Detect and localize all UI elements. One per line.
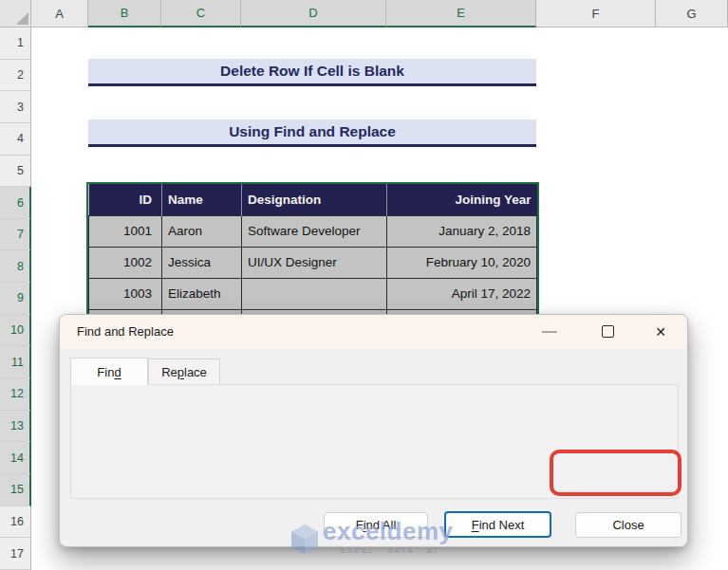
banner-delete-row-title[interactable]: Delete Row If Cell is Blank	[88, 59, 536, 86]
column-header-a[interactable]: A	[31, 0, 88, 28]
row-header-17[interactable]: 17	[0, 538, 31, 570]
tab-replace[interactable]: Replace	[148, 359, 220, 384]
cell-id[interactable]: 1003	[89, 278, 162, 309]
select-all-triangle-icon	[16, 12, 28, 25]
cell-joining-year[interactable]: April 17, 2022	[387, 278, 537, 309]
column-header-e[interactable]: E	[386, 0, 536, 28]
row-header-1[interactable]: 1	[0, 28, 31, 60]
row-header-9[interactable]: 9	[0, 283, 31, 315]
row-header-13[interactable]: 13	[0, 411, 31, 443]
close-icon[interactable]: ✕	[651, 315, 670, 349]
cell-name[interactable]: Elizabeth	[162, 278, 242, 309]
cell-designation[interactable]	[242, 278, 387, 309]
cell-name[interactable]: Jessica	[162, 247, 242, 278]
row-header-16[interactable]: 16	[0, 506, 31, 539]
cell-designation[interactable]: UI/UX Designer	[242, 247, 387, 278]
row-header-2[interactable]: 2	[0, 60, 31, 92]
find-all-button[interactable]: Find All	[324, 512, 428, 538]
row-header-column: 1 2 3 4 5 6 7 8 9 10 11 12 13 14 15 16 1…	[0, 28, 31, 570]
table-row: 1001 Aaron Software Developer January 2,…	[89, 215, 537, 247]
dialog-title: Find and Replace	[77, 315, 174, 349]
row-header-5[interactable]: 5	[0, 156, 31, 188]
row-header-11[interactable]: 11	[0, 346, 31, 378]
row-header-4[interactable]: 4	[0, 123, 31, 156]
find-replace-dialog: Find and Replace ✕ Find Replace Find wha…	[59, 314, 688, 547]
find-all-label-post: nd All	[366, 518, 397, 532]
row-header-7[interactable]: 7	[0, 219, 31, 251]
find-next-label-post: ind Next	[479, 518, 525, 532]
close-label: Close	[612, 518, 644, 532]
find-tab-page	[70, 384, 679, 499]
maximize-icon[interactable]	[602, 325, 614, 338]
table-header-joining-year[interactable]: Joining Year	[387, 184, 537, 215]
tab-find-label-key: d	[114, 365, 121, 379]
table-header-name[interactable]: Name	[162, 184, 242, 215]
cell-joining-year[interactable]: February 10, 2020	[387, 247, 537, 278]
tab-replace-label-pre: Re	[161, 365, 177, 379]
column-header-bar: A B C D E F G	[0, 0, 728, 28]
close-dialog-button[interactable]: Close	[575, 512, 681, 538]
minimize-icon[interactable]	[542, 331, 557, 333]
column-header-b[interactable]: B	[88, 0, 161, 28]
row-header-10[interactable]: 10	[0, 315, 31, 347]
tab-find[interactable]: Find	[70, 358, 148, 385]
table-row: 1003 Elizabeth April 17, 2022	[89, 278, 537, 309]
table-header-designation[interactable]: Designation	[242, 184, 387, 215]
find-next-label-key: F	[472, 518, 479, 532]
row-header-14[interactable]: 14	[0, 442, 31, 474]
table-header-id[interactable]: ID	[89, 184, 162, 215]
banner-method-title[interactable]: Using Find and Replace	[88, 120, 536, 147]
row-header-15[interactable]: 15	[0, 474, 31, 506]
watermark-tagline: EXCEL · DATA · BI	[341, 546, 439, 555]
column-header-c[interactable]: C	[161, 0, 241, 28]
table-header-row: ID Name Designation Joining Year	[89, 184, 537, 215]
excel-window: A B C D E F G 1 2 3 4 5 6 7 8 9 10 11 12…	[0, 0, 728, 570]
find-all-label-pre: F	[356, 518, 364, 532]
table-row: 1002 Jessica UI/UX Designer February 10,…	[89, 247, 537, 278]
cell-id[interactable]: 1002	[89, 247, 162, 278]
cell-joining-year[interactable]: January 2, 2018	[387, 215, 537, 247]
select-all-corner[interactable]	[0, 0, 31, 28]
tab-replace-label-key: p	[177, 365, 184, 379]
column-header-d[interactable]: D	[241, 0, 386, 28]
row-header-8[interactable]: 8	[0, 250, 31, 283]
tab-find-label-pre: Fin	[97, 365, 114, 379]
dialog-titlebar[interactable]: Find and Replace ✕	[60, 315, 687, 349]
cell-name[interactable]: Aaron	[162, 215, 242, 247]
find-next-button[interactable]: Find Next	[444, 511, 551, 538]
cell-id[interactable]: 1001	[89, 215, 162, 247]
tab-replace-label-post: lace	[184, 365, 207, 379]
column-header-f[interactable]: F	[536, 0, 656, 28]
row-header-12[interactable]: 12	[0, 378, 31, 411]
row-header-6[interactable]: 6	[0, 187, 31, 219]
column-header-g[interactable]: G	[656, 0, 728, 28]
cell-designation[interactable]: Software Developer	[242, 215, 387, 247]
row-header-3[interactable]: 3	[0, 91, 31, 123]
